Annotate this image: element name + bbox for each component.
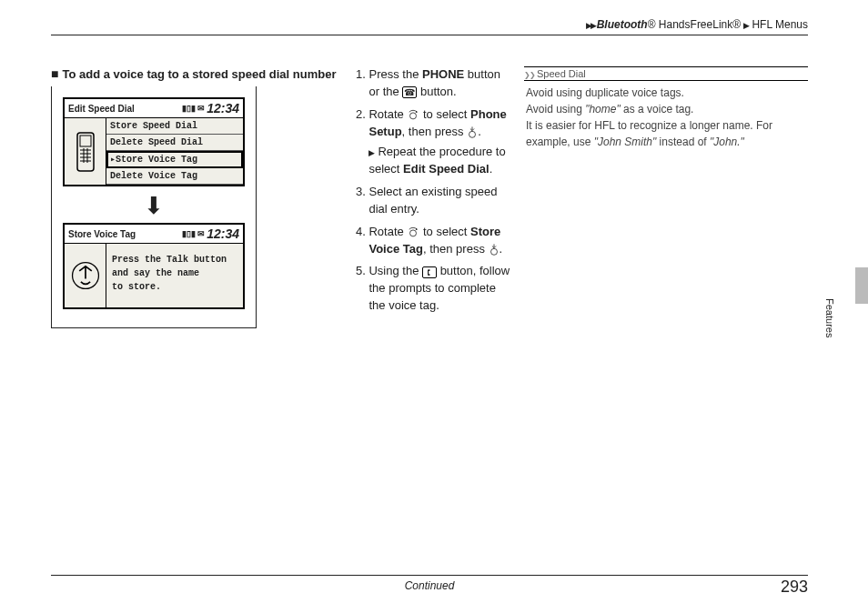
phone-hangup-icon: ☎ [402, 86, 417, 98]
step-3: Select an existing speed dial entry. [368, 184, 513, 218]
talk-icon [65, 244, 106, 307]
page-number: 293 [781, 578, 808, 597]
press-knob-icon [467, 126, 478, 138]
sidebar-line-1: Avoid using duplicate voice tags. [526, 85, 806, 101]
page-footer: Continued 293 [51, 575, 808, 597]
step-2: Rotate to select Phone Setup, then press… [368, 106, 513, 178]
svg-point-12 [490, 248, 497, 255]
instruction-steps: Press the PHONE button or the ☎ button. … [336, 66, 513, 328]
lcd-screen-1: Edit Speed Dial ▮▯▮✉ 12:34 [63, 97, 245, 186]
phone-icon [65, 118, 106, 185]
step-2-sub: Repeat the procedure to select Edit Spee… [368, 144, 513, 178]
breadcrumb: Bluetooth® HandsFreeLink® HFL Menus [51, 18, 808, 35]
talk-button-icon: 🕻 [422, 266, 437, 278]
rotate-knob-icon [407, 226, 419, 238]
svg-rect-1 [80, 136, 91, 146]
lcd2-clock: 12:34 [207, 226, 239, 241]
lcd1-menu-item: ▸Store Voice Tag [106, 151, 243, 168]
breadcrumb-c: HFL Menus [752, 18, 808, 31]
lcd1-menu: Store Speed Dial Delete Speed Dial▸Store… [106, 118, 243, 185]
svg-point-9 [410, 113, 417, 119]
breadcrumb-b: HandsFreeLink® [659, 18, 741, 31]
lcd1-status-icons: ▮▯▮✉ 12:34 [182, 101, 239, 116]
lcd1-menu-item: Store Speed Dial [106, 118, 243, 135]
breadcrumb-a: Bluetooth [597, 18, 648, 31]
sidebar-line-3: It is easier for HFL to recognize a long… [526, 117, 806, 150]
lcd2-status-icons: ▮▯▮✉ 12:34 [182, 226, 239, 241]
step-5: Using the 🕻 button, follow the prompts t… [368, 263, 513, 315]
arrow-down-icon: ⬇ [144, 194, 164, 217]
svg-point-11 [410, 230, 417, 236]
lcd1-menu-item: Delete Speed Dial [106, 135, 243, 151]
lcd1-clock: 12:34 [207, 101, 239, 116]
section-tab [855, 267, 868, 304]
figure-container: Edit Speed Dial ▮▯▮✉ 12:34 [51, 86, 257, 328]
sidebar-line-2: Avoid using "home" as a voice tag. [526, 101, 806, 117]
section-tab-label: Features [824, 298, 835, 337]
rotate-knob-icon [407, 108, 419, 121]
lcd-screen-2: Store Voice Tag ▮▯▮✉ 12:34 Press the Tal… [63, 223, 245, 309]
lcd1-menu-item: Delete Voice Tag [106, 168, 243, 185]
lcd1-title: Edit Speed Dial [68, 104, 135, 114]
step-1: Press the PHONE button or the ☎ button. [368, 66, 513, 101]
lcd2-title: Store Voice Tag [68, 229, 136, 239]
step-4: Rotate to select Store Voice Tag, then p… [368, 224, 513, 258]
svg-point-10 [469, 131, 476, 137]
sidebar-note: Speed Dial Avoid using duplicate voice t… [524, 66, 808, 328]
sidebar-header: Speed Dial [524, 66, 808, 81]
lcd2-message: Press the Talk buttonand say the nameto … [106, 244, 243, 307]
section-heading: ■To add a voice tag to a stored speed di… [51, 66, 336, 81]
press-knob-icon [489, 243, 500, 256]
footer-continued: Continued [405, 579, 455, 592]
